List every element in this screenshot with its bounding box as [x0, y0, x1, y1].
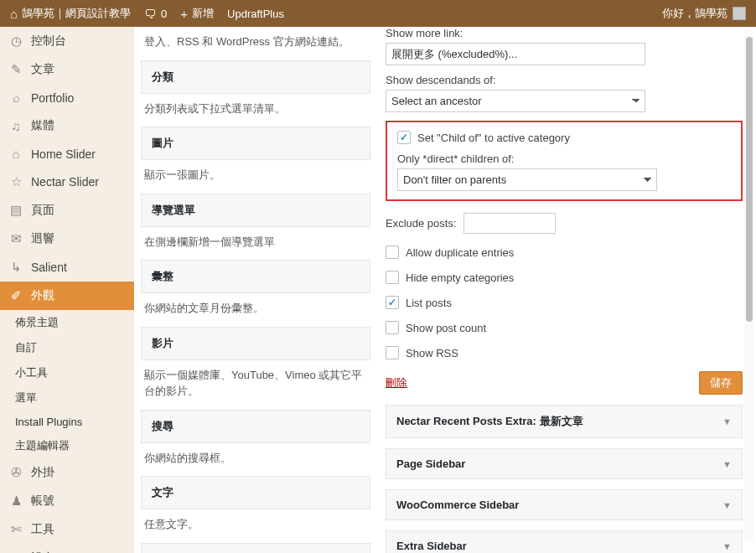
- sidebar-item[interactable]: ⚙設定: [0, 544, 134, 553]
- widget-description: 任意文字。: [141, 509, 370, 536]
- greeting-text[interactable]: 你好，鵠學苑: [662, 6, 728, 21]
- sidebar-item[interactable]: ♟帳號: [0, 487, 134, 515]
- widget-description: 你網站的文章月份彙整。: [141, 293, 370, 320]
- updraft-link[interactable]: UpdraftPlus: [227, 8, 284, 20]
- set-child-label: Set "Child of" to active category: [417, 132, 570, 144]
- chevron-down-icon: ▼: [722, 459, 732, 469]
- chevron-down-icon: ▼: [722, 500, 732, 510]
- sidebar-item[interactable]: ✐外觀: [0, 282, 134, 310]
- option-checkbox[interactable]: [386, 245, 399, 259]
- menu-icon: ◷: [8, 34, 23, 49]
- sidebar-item[interactable]: ✎文章: [0, 55, 134, 84]
- widget-head[interactable]: 搜尋: [141, 410, 370, 443]
- direct-children-select[interactable]: Don't filter on parents: [397, 168, 657, 191]
- menu-icon: ✉: [8, 231, 23, 246]
- sidebar-subitem[interactable]: 佈景主題: [0, 310, 134, 335]
- widget-head[interactable]: 影片: [141, 327, 370, 360]
- sidebar-item[interactable]: ⌕Portfolio: [0, 84, 134, 111]
- scrollbar[interactable]: [744, 30, 754, 541]
- admin-bar: ⌂鵠學苑｜網頁設計教學 🗨0 +新增 UpdraftPlus 你好，鵠學苑: [0, 0, 756, 27]
- widget-head[interactable]: 文字: [141, 476, 370, 509]
- widget-description: 登入、RSS 和 WordPress 官方網站連結。: [141, 27, 370, 54]
- menu-icon: ♫: [8, 119, 23, 133]
- plus-icon: +: [180, 7, 188, 21]
- descendants-label: Show descendands of:: [386, 74, 743, 86]
- exclude-input[interactable]: [463, 213, 556, 234]
- menu-icon: ♟: [8, 494, 23, 509]
- scroll-thumb[interactable]: [746, 37, 753, 322]
- sidebar-item[interactable]: ✄工具: [0, 515, 134, 544]
- exclude-label: Exclude posts:: [386, 217, 457, 230]
- descendants-select[interactable]: Select an ancestor: [386, 90, 645, 112]
- panel-woo-sidebar[interactable]: WooCommerce Sidebar▼: [386, 489, 743, 520]
- option-label: Show RSS: [406, 347, 458, 359]
- admin-sidebar: ◷控制台✎文章⌕Portfolio♫媒體⌂Home Slider☆Nectar …: [0, 27, 134, 553]
- panel-recent-posts[interactable]: Nectar Recent Posts Extra: 最新文章▼: [386, 405, 743, 438]
- widget-description: 你網站的搜尋框。: [141, 443, 370, 470]
- panel-extra-sidebar[interactable]: Extra Sidebar▼: [386, 530, 743, 553]
- widget-head[interactable]: 彙整: [141, 260, 370, 293]
- option-checkbox[interactable]: [386, 271, 399, 284]
- comment-icon: 🗨: [144, 7, 157, 21]
- sidebar-item[interactable]: ♫媒體: [0, 111, 134, 140]
- sidebar-subitem[interactable]: Install Plugins: [0, 411, 134, 433]
- menu-icon: ✄: [8, 522, 23, 537]
- sidebar-item[interactable]: ⌂Home Slider: [0, 140, 134, 168]
- available-widgets: 登入、RSS 和 WordPress 官方網站連結。分類分類列表或下拉式選單清單…: [134, 27, 377, 553]
- site-link[interactable]: ⌂鵠學苑｜網頁設計教學: [10, 6, 131, 21]
- sidebar-subitem[interactable]: 小工具: [0, 360, 134, 385]
- panel-page-sidebar[interactable]: Page Sidebar▼: [386, 448, 743, 479]
- menu-icon: ✇: [8, 465, 23, 480]
- menu-icon: ✐: [8, 288, 23, 303]
- chevron-down-icon: ▼: [722, 541, 732, 551]
- widget-description: 顯示一張圖片。: [141, 160, 370, 187]
- sidebar-item[interactable]: ↳Salient: [0, 253, 134, 282]
- avatar[interactable]: [733, 7, 746, 20]
- widget-head[interactable]: 圖片: [141, 127, 370, 160]
- widget-head[interactable]: 月曆: [141, 543, 370, 554]
- sidebar-item[interactable]: ◷控制台: [0, 27, 134, 55]
- highlighted-options: Set "Child of" to active category Only *…: [386, 121, 743, 201]
- comments-link[interactable]: 🗨0: [144, 7, 167, 21]
- sidebar-subitem[interactable]: 選單: [0, 385, 134, 411]
- sidebar-subitem[interactable]: 自訂: [0, 335, 134, 360]
- sidebar-item[interactable]: ▤頁面: [0, 196, 134, 225]
- widget-head[interactable]: 分類: [141, 60, 370, 94]
- menu-icon: ⌕: [8, 90, 23, 105]
- new-link[interactable]: +新增: [180, 6, 214, 21]
- option-checkbox[interactable]: [386, 321, 399, 334]
- sidebar-item[interactable]: ✉迴響: [0, 225, 134, 253]
- set-child-checkbox[interactable]: [397, 131, 411, 144]
- option-label: List posts: [406, 297, 452, 309]
- widget-description: 在側邊欄新增一個導覽選單: [141, 227, 370, 254]
- direct-children-label: Only *direct* children of:: [397, 152, 731, 165]
- widget-description: 分類列表或下拉式選單清單。: [141, 94, 370, 121]
- show-more-label: Show more link:: [386, 27, 743, 39]
- menu-icon: ✎: [8, 62, 23, 77]
- widget-settings: Show more link: Show descendands of: Sel…: [377, 27, 756, 553]
- show-more-input[interactable]: [386, 43, 645, 65]
- menu-icon: ↳: [8, 260, 23, 275]
- sidebar-item[interactable]: ✇外掛: [0, 458, 134, 487]
- widget-description: 顯示一個媒體庫、YouTube、Vimeo 或其它平台的影片。: [141, 360, 370, 403]
- delete-link[interactable]: 刪除: [386, 375, 407, 390]
- option-checkbox[interactable]: [386, 346, 399, 359]
- option-checkbox[interactable]: [386, 296, 399, 309]
- option-label: Show post count: [406, 322, 486, 334]
- menu-icon: ☆: [8, 174, 23, 189]
- home-icon: ⌂: [10, 7, 18, 21]
- menu-icon: ⌂: [8, 147, 23, 161]
- sidebar-item[interactable]: ☆Nectar Slider: [0, 168, 134, 196]
- widget-head[interactable]: 導覽選單: [141, 194, 370, 227]
- save-button[interactable]: 儲存: [699, 371, 743, 395]
- chevron-down-icon: ▼: [722, 416, 732, 426]
- option-label: Hide empty categories: [406, 271, 514, 284]
- sidebar-subitem[interactable]: 主題編輯器: [0, 433, 134, 458]
- menu-icon: ▤: [8, 203, 23, 218]
- option-label: Allow duplicate entries: [406, 246, 514, 259]
